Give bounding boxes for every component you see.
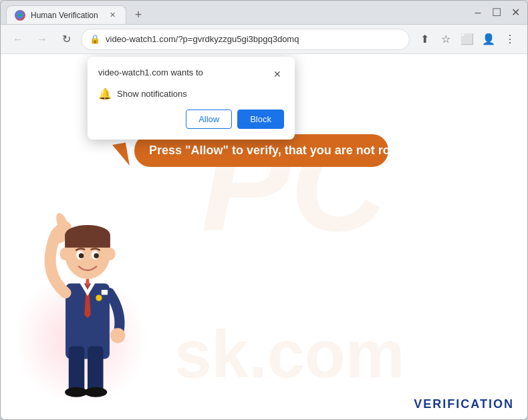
svg-point-9: [110, 328, 126, 343]
verification-label: VERIFICATION: [414, 397, 514, 411]
nav-bar: ← → ↻ 🔒 video-watch1.com/?p=gvrdkyzzgu5g…: [1, 25, 527, 54]
tab-title: Human Verification: [31, 11, 102, 20]
tab-bar: Human Verification ✕ +: [6, 1, 463, 24]
lock-icon: 🔒: [90, 34, 100, 44]
block-button[interactable]: Block: [237, 110, 284, 129]
browser-window: Human Verification ✕ + – ☐ ✕ ← → ↻ 🔒 vid…: [0, 0, 528, 420]
menu-button[interactable]: ⋮: [501, 30, 519, 49]
nav-actions: ⬆ ☆ ⬜ 👤 ⋮: [415, 30, 519, 49]
speech-bubble-text: Press "Allow" to verify, that you are no…: [149, 144, 409, 157]
profile-button[interactable]: 👤: [479, 30, 498, 49]
split-view-button[interactable]: ⬜: [458, 30, 477, 49]
notification-label: Show notifications: [117, 89, 187, 99]
window-controls: – ☐ ✕: [471, 6, 522, 19]
title-bar: Human Verification ✕ + – ☐ ✕: [1, 1, 527, 25]
popup-buttons: Allow Block: [98, 110, 284, 129]
url-display: video-watch1.com/?p=gvrdkyzzgu5gi3bpgq3d…: [106, 34, 401, 44]
close-button[interactable]: ✕: [509, 6, 522, 19]
active-tab[interactable]: Human Verification ✕: [6, 5, 126, 24]
tab-close-button[interactable]: ✕: [107, 10, 118, 21]
notification-row: 🔔 Show notifications: [98, 87, 284, 100]
notification-popup: video-watch1.com wants to ✕ 🔔 Show notif…: [88, 57, 295, 140]
svg-point-20: [94, 253, 99, 258]
svg-point-15: [60, 248, 70, 260]
svg-rect-22: [102, 290, 108, 295]
svg-rect-2: [69, 347, 85, 394]
svg-point-5: [84, 387, 107, 397]
minimize-button[interactable]: –: [471, 6, 485, 19]
risk-watermark: sk.com: [174, 316, 405, 393]
svg-point-16: [105, 248, 115, 260]
address-bar[interactable]: 🔒 video-watch1.com/?p=gvrdkyzzgu5gi3bpgq…: [81, 29, 410, 50]
back-button[interactable]: ←: [9, 30, 27, 49]
svg-point-21: [96, 294, 102, 300]
svg-rect-14: [65, 235, 110, 248]
share-button[interactable]: ⬆: [415, 30, 434, 49]
bookmark-button[interactable]: ☆: [436, 30, 455, 49]
svg-rect-3: [88, 347, 104, 394]
new-tab-button[interactable]: +: [129, 5, 148, 24]
bell-icon: 🔔: [98, 87, 112, 100]
svg-point-19: [79, 253, 84, 258]
maximize-button[interactable]: ☐: [490, 6, 503, 19]
allow-button[interactable]: Allow: [186, 110, 232, 129]
popup-close-button[interactable]: ✕: [271, 67, 284, 81]
svg-point-11: [50, 227, 66, 243]
refresh-button[interactable]: ↻: [57, 30, 76, 49]
tab-favicon: [15, 10, 25, 21]
svg-point-4: [65, 387, 88, 397]
popup-header: video-watch1.com wants to ✕: [98, 67, 284, 81]
forward-button[interactable]: →: [33, 30, 51, 49]
popup-title: video-watch1.com wants to: [98, 67, 203, 77]
character-illustration: [27, 192, 161, 419]
page-content: PC sk.com video-watch1.com wants to ✕ 🔔 …: [1, 54, 527, 419]
